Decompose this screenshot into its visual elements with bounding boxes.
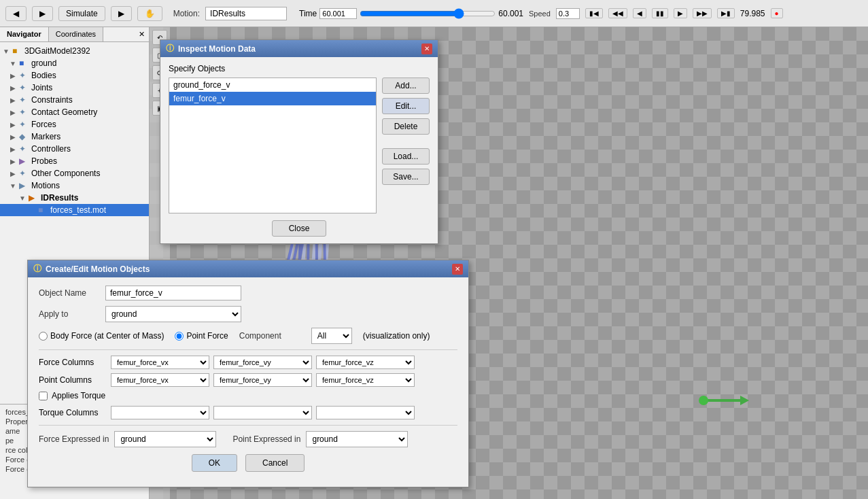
create-title-text: Create/Edit Motion Objects — [46, 264, 150, 274]
edit-button[interactable]: Edit... — [382, 98, 430, 114]
coordinates-tab[interactable]: Coordinates — [49, 27, 103, 41]
bodies-icon: ✦ — [19, 71, 29, 80]
root-icon: ■ — [12, 46, 22, 56]
object-name-input[interactable] — [105, 286, 241, 300]
idresults-label: IDResults — [41, 193, 78, 203]
time-value-input[interactable] — [319, 8, 357, 19]
list-item-ground-force[interactable]: ground_force_v — [169, 78, 376, 92]
create-close-button[interactable]: ✕ — [452, 264, 463, 275]
motions-icon: ▶ — [19, 181, 29, 190]
torque-col3-select[interactable] — [316, 406, 415, 419]
tree-item-controllers[interactable]: ▶ ✦ Controllers — [0, 143, 149, 155]
create-dialog-body: Object Name Apply to ground Body Force (… — [28, 277, 468, 487]
component-select[interactable]: All — [311, 328, 352, 344]
svg-point-47 — [699, 396, 708, 405]
cancel-button[interactable]: Cancel — [245, 454, 305, 472]
motion-input[interactable] — [205, 7, 287, 20]
inspect-close-button[interactable]: ✕ — [421, 44, 432, 54]
force-expressed-select[interactable]: ground — [114, 431, 216, 447]
toolbar: ◀ ▶ Simulate ▶ ✋ Motion: Time 60.001 Spe… — [0, 0, 868, 27]
tree-item-ground[interactable]: ▼ ■ ground — [0, 57, 149, 69]
other-expand-icon: ▶ — [10, 170, 16, 177]
torque-col1-select[interactable] — [111, 406, 209, 419]
tree-item-forces[interactable]: ▶ ✦ Forces — [0, 118, 149, 131]
constraints-icon: ✦ — [19, 95, 29, 105]
bodies-label: Bodies — [31, 71, 56, 80]
apply-to-label: Apply to — [39, 309, 100, 319]
torque-col2-select[interactable] — [213, 406, 312, 419]
tree-item-motions[interactable]: ▼ ▶ Motions — [0, 179, 149, 192]
force-columns-label: Force Columns — [39, 358, 107, 367]
point-col3-select[interactable]: femur_force_vz — [316, 373, 415, 387]
apply-to-select[interactable]: ground — [105, 306, 241, 322]
tree-item-constraints[interactable]: ▶ ✦ Constraints — [0, 94, 149, 106]
joints-label: Joints — [31, 83, 52, 92]
close-dialog-button[interactable]: Close — [272, 220, 326, 237]
tree-item-bodies[interactable]: ▶ ✦ Bodies — [0, 69, 149, 82]
forces-expand-icon: ▶ — [10, 121, 16, 128]
forward-button[interactable]: ▶ — [32, 6, 53, 21]
hand-tool-button[interactable]: ✋ — [137, 6, 162, 21]
tree-item-joints[interactable]: ▶ ✦ Joints — [0, 82, 149, 94]
delete-button[interactable]: Delete — [382, 118, 430, 135]
back-button[interactable]: ◀ — [5, 6, 27, 21]
point-expressed-select[interactable]: ground — [306, 431, 408, 447]
tree-item-idresults[interactable]: ▼ ▶ IDResults — [0, 192, 149, 204]
expressed-row: Force Expressed in ground Point Expresse… — [39, 431, 457, 447]
ground-label: ground — [31, 58, 56, 68]
motion-label: Motion: — [173, 9, 200, 18]
inspect-dialog-footer: Close — [169, 220, 430, 237]
panel-tabs: Navigator Coordinates ✕ — [0, 27, 149, 42]
point-col2-select[interactable]: femur_force_vy — [213, 373, 312, 387]
tree-item-forces-test[interactable]: ■ forces_test.mot — [0, 204, 149, 216]
contact-expand-icon: ▶ — [10, 109, 16, 116]
navigator-tab[interactable]: Navigator — [0, 27, 49, 41]
create-dialog-footer: OK Cancel — [39, 454, 457, 479]
objects-list[interactable]: ground_force_v femur_force_v — [169, 78, 377, 213]
pause-button[interactable]: ▮▮ — [652, 8, 668, 18]
force-type-row: Body Force (at Center of Mass) Point For… — [39, 328, 457, 344]
prev-frame-button[interactable]: ◀ — [633, 8, 646, 18]
panel-close-button[interactable]: ✕ — [135, 27, 149, 41]
step-forward-button[interactable]: ▶▶ — [693, 8, 712, 18]
tree-item-contact-geometry[interactable]: ▶ ✦ Contact Geometry — [0, 106, 149, 118]
object-name-row: Object Name — [39, 286, 457, 300]
list-item-femur-force[interactable]: femur_force_v — [169, 92, 376, 105]
load-button[interactable]: Load... — [382, 148, 430, 165]
inspect-motion-dialog: ⓘ Inspect Motion Data ✕ Specify Objects … — [160, 39, 438, 244]
skip-start-button[interactable]: ▮◀ — [585, 8, 603, 18]
contact-icon: ✦ — [19, 107, 29, 117]
tree-item-other-components[interactable]: ▶ ✦ Other Components — [0, 167, 149, 179]
time-block: Time 60.001 — [299, 8, 523, 19]
save-button[interactable]: Save... — [382, 169, 430, 185]
skip-end-button[interactable]: ▶▮ — [717, 8, 735, 18]
record-button[interactable]: ● — [771, 8, 783, 18]
simulate-button[interactable]: Simulate — [58, 6, 105, 21]
force-col2-select[interactable]: femur_force_vy — [213, 356, 312, 369]
point-expressed-label: Point Expressed in — [232, 434, 300, 444]
force-columns-row: Force Columns femur_force_vx femur_force… — [39, 356, 457, 369]
object-name-label: Object Name — [39, 288, 100, 298]
force-col1-select[interactable]: femur_force_vx — [111, 356, 209, 369]
controllers-expand-icon: ▶ — [10, 145, 16, 153]
create-dialog: ⓘ Create/Edit Motion Objects ✕ Object Na… — [27, 260, 469, 487]
probes-expand-icon: ▶ — [10, 158, 16, 165]
step-back-button[interactable]: ◀◀ — [608, 8, 627, 18]
inspect-dialog-body: Specify Objects ground_force_v femur_for… — [160, 57, 438, 243]
specify-label: Specify Objects — [169, 64, 430, 73]
run-button[interactable]: ▶ — [111, 6, 132, 21]
force-col3-select[interactable]: femur_force_vz — [316, 356, 415, 369]
play-button[interactable]: ▶ — [674, 8, 687, 18]
time-slider[interactable] — [360, 8, 496, 19]
add-button[interactable]: Add... — [382, 78, 430, 94]
tree-item-markers[interactable]: ▶ ◆ Markers — [0, 131, 149, 143]
applies-torque-checkbox[interactable]: Applies Torque — [39, 391, 105, 400]
point-col1-select[interactable]: femur_force_vx — [111, 373, 209, 387]
visualization-label: (visualization only) — [363, 331, 430, 341]
speed-input[interactable] — [556, 8, 580, 19]
tree-root[interactable]: ▼ ■ 3DGaitModel2392 — [0, 45, 149, 57]
tree-item-probes[interactable]: ▶ ▶ Probes — [0, 155, 149, 167]
ok-button[interactable]: OK — [192, 454, 237, 472]
point-force-radio[interactable]: Point Force — [175, 331, 228, 341]
body-force-radio[interactable]: Body Force (at Center of Mass) — [39, 331, 164, 341]
